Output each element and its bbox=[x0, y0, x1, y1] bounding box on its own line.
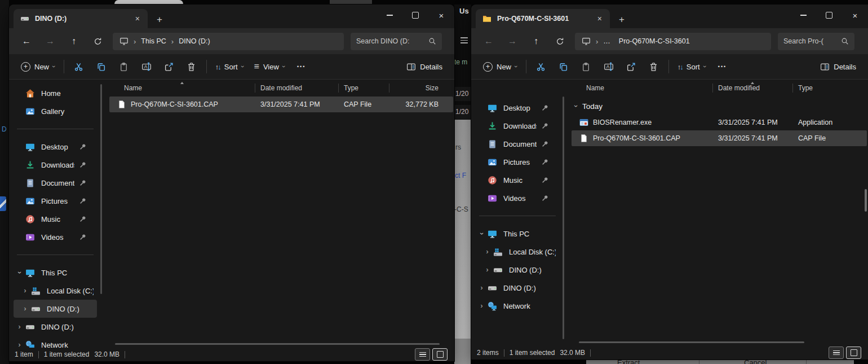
view-button[interactable]: ≡ View › bbox=[249, 57, 290, 76]
maximize-button[interactable] bbox=[402, 5, 428, 26]
paste-button[interactable] bbox=[575, 57, 597, 76]
column-header-name[interactable]: Name bbox=[572, 80, 712, 97]
downloads-icon bbox=[488, 121, 497, 131]
column-header-name[interactable]: Name bbox=[109, 80, 255, 97]
rename-button[interactable] bbox=[597, 57, 620, 76]
forward-button[interactable]: → bbox=[501, 31, 524, 51]
forward-button[interactable]: → bbox=[38, 31, 62, 51]
close-button[interactable]: × bbox=[842, 5, 868, 26]
close-button[interactable]: × bbox=[428, 5, 454, 26]
share-button[interactable] bbox=[620, 57, 643, 76]
horizontal-scrollbar[interactable] bbox=[115, 343, 440, 345]
new-tab-button[interactable]: + bbox=[619, 15, 625, 24]
column-header-date[interactable]: Date modified bbox=[712, 80, 792, 97]
large-icons-view-button[interactable] bbox=[846, 347, 861, 359]
tab-dino-drive[interactable]: DINO (D:) × bbox=[14, 9, 148, 28]
file-row-biosrenamer[interactable]: BIOSRenamer.exe 3/31/2025 7:41 PM Applic… bbox=[572, 115, 867, 130]
sidebar-item-dino-d-2[interactable]: ›DINO (D:) bbox=[476, 279, 559, 297]
sidebar-item-videos[interactable]: Videos bbox=[14, 228, 97, 246]
column-header-size[interactable]: Size bbox=[389, 80, 443, 97]
sort-button[interactable]: ↑↓ Sort › bbox=[672, 57, 711, 76]
delete-button[interactable] bbox=[180, 57, 203, 76]
sort-button[interactable]: ↑↓ Sort › bbox=[210, 57, 249, 76]
view-icon: ≡ bbox=[254, 62, 259, 72]
copy-button[interactable] bbox=[552, 57, 575, 76]
sidebar-item-downloads[interactable]: Downloads bbox=[14, 156, 97, 174]
tab-proq670m[interactable]: Pro-Q670M-C-SI-3601 × bbox=[476, 9, 610, 28]
cut-button[interactable] bbox=[68, 57, 90, 76]
refresh-button[interactable] bbox=[86, 31, 109, 51]
cut-button[interactable] bbox=[530, 57, 552, 76]
up-button[interactable]: ↑ bbox=[62, 31, 86, 51]
back-button[interactable]: ← bbox=[15, 31, 38, 51]
file-date: 3/31/2025 7:41 PM bbox=[255, 97, 338, 112]
sidebar-item-music[interactable]: Music bbox=[14, 210, 97, 228]
address-bar[interactable]: › This PC › DINO (D:) bbox=[113, 33, 344, 50]
minimize-button[interactable] bbox=[377, 5, 402, 26]
horizontal-scrollbar[interactable] bbox=[579, 341, 804, 343]
group-header-today[interactable]: › Today bbox=[572, 98, 868, 115]
sidebar-item-gallery[interactable]: Gallery bbox=[14, 102, 97, 120]
column-header-date[interactable]: Date modified bbox=[255, 80, 338, 97]
sidebar-item-documents[interactable]: Documents bbox=[476, 135, 559, 153]
refresh-button[interactable] bbox=[548, 31, 572, 51]
share-button[interactable] bbox=[158, 57, 180, 76]
breadcrumb-ellipsis[interactable]: … bbox=[603, 37, 610, 45]
sidebar-scrollbar[interactable] bbox=[563, 97, 564, 339]
sidebar-item-network[interactable]: ›Network bbox=[14, 336, 97, 348]
sidebar-item-pictures[interactable]: Pictures bbox=[14, 192, 97, 210]
sidebar-item-dino-d[interactable]: ›DINO (D:) bbox=[476, 261, 559, 279]
breadcrumb-this-pc[interactable]: This PC bbox=[141, 37, 166, 45]
sidebar-item-desktop[interactable]: Desktop bbox=[14, 138, 97, 156]
sidebar-item-pictures[interactable]: Pictures bbox=[476, 153, 559, 171]
sidebar-item-documents[interactable]: Documents bbox=[14, 174, 97, 192]
sidebar-item-music[interactable]: Music bbox=[476, 171, 559, 189]
delete-button[interactable] bbox=[643, 57, 665, 76]
file-row-cap[interactable]: Pro-Q670M-C-SI-3601.CAP 3/31/2025 7:41 P… bbox=[572, 130, 867, 146]
back-button[interactable]: ← bbox=[477, 31, 501, 51]
file-row-cap[interactable]: Pro-Q670M-C-SI-3601.CAP 3/31/2025 7:41 P… bbox=[109, 97, 453, 112]
paste-button[interactable] bbox=[113, 57, 135, 76]
search-input[interactable]: Search DINO (D: bbox=[351, 33, 442, 50]
sidebar-item-desktop[interactable]: Desktop bbox=[476, 99, 559, 117]
new-tab-button[interactable]: + bbox=[157, 15, 162, 24]
more-options-button[interactable]: ••• bbox=[711, 57, 734, 76]
copy-button[interactable] bbox=[90, 57, 113, 76]
sidebar-item-downloads[interactable]: Downloads bbox=[476, 117, 559, 135]
details-view-button[interactable] bbox=[829, 347, 844, 359]
column-header-type[interactable]: Type bbox=[338, 80, 389, 97]
maximize-button[interactable] bbox=[816, 5, 842, 26]
new-button[interactable]: + New › bbox=[16, 57, 60, 76]
large-icons-view-button[interactable] bbox=[432, 348, 448, 361]
sidebar-item-this-pc[interactable]: ›This PC bbox=[476, 225, 559, 243]
copy-icon bbox=[96, 62, 106, 72]
cut-icon bbox=[536, 62, 546, 72]
new-button[interactable]: + New › bbox=[478, 57, 522, 76]
up-button[interactable]: ↑ bbox=[524, 31, 548, 51]
sidebar-item-dino-d[interactable]: ›DINO (D:) bbox=[14, 300, 97, 318]
sidebar-item-network[interactable]: ›Network bbox=[476, 297, 559, 315]
details-view-button[interactable] bbox=[415, 348, 430, 361]
sidebar-item-videos[interactable]: Videos bbox=[476, 189, 559, 207]
address-bar[interactable]: › … Pro-Q670M-C-SI-3601 bbox=[575, 33, 771, 50]
breadcrumb-current[interactable]: Pro-Q670M-C-SI-3601 bbox=[619, 37, 690, 45]
vertical-scrollbar[interactable] bbox=[865, 189, 867, 212]
breadcrumb-current[interactable]: DINO (D:) bbox=[179, 37, 210, 45]
tab-close-icon[interactable]: × bbox=[594, 14, 605, 23]
copy-icon bbox=[559, 62, 568, 72]
more-options-button[interactable]: ••• bbox=[290, 57, 313, 76]
rename-button[interactable] bbox=[135, 57, 158, 76]
sidebar-item-local-disk-c[interactable]: ›Local Disk (C:) bbox=[476, 243, 559, 261]
details-pane-button[interactable]: Details bbox=[401, 57, 448, 76]
window-body: Desktop Downloads Documents Pictures Mus… bbox=[471, 80, 868, 346]
sidebar-scrollbar[interactable] bbox=[100, 84, 102, 294]
sidebar-item-home[interactable]: Home bbox=[14, 84, 97, 102]
sidebar-item-this-pc[interactable]: ›This PC bbox=[14, 264, 97, 282]
search-input[interactable]: Search Pro-( bbox=[778, 33, 854, 50]
tab-close-icon[interactable]: × bbox=[132, 14, 143, 23]
sidebar-item-dino-d-2[interactable]: ›DINO (D:) bbox=[14, 318, 97, 336]
minimize-button[interactable] bbox=[790, 5, 816, 26]
column-header-type[interactable]: Type bbox=[792, 80, 866, 97]
sidebar-item-local-disk-c[interactable]: ›Local Disk (C:) bbox=[14, 282, 97, 300]
details-pane-button[interactable]: Details bbox=[815, 57, 861, 76]
